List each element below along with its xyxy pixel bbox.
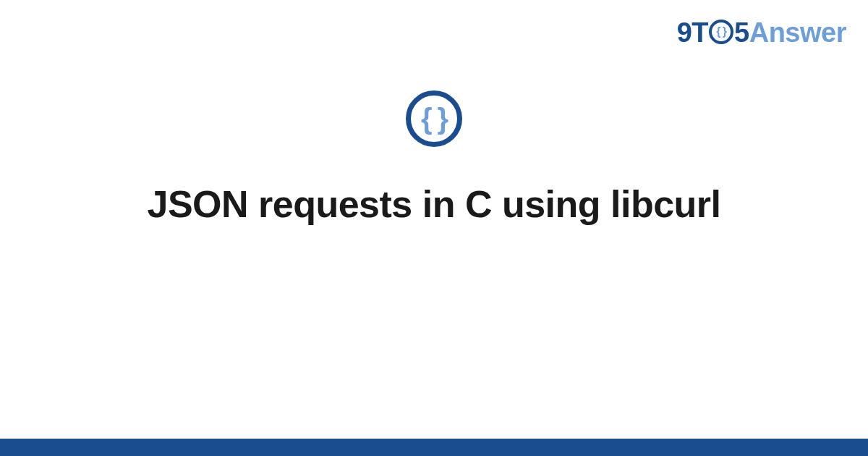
topic-badge: { } [406, 90, 462, 147]
logo-text-5: 5 [734, 17, 749, 48]
site-logo[interactable]: 9T { } 5 Answer [677, 17, 846, 48]
logo-o-ring-icon: { } [709, 20, 733, 44]
main-content: { } JSON requests in C using libcurl [0, 90, 868, 227]
page-title: JSON requests in C using libcurl [147, 182, 720, 227]
logo-o-braces-icon: { } [716, 26, 726, 38]
footer-band [0, 439, 868, 456]
logo-text-answer: Answer [749, 17, 846, 48]
json-braces-icon: { } [421, 104, 447, 133]
logo-text-9t: 9T [677, 17, 708, 48]
